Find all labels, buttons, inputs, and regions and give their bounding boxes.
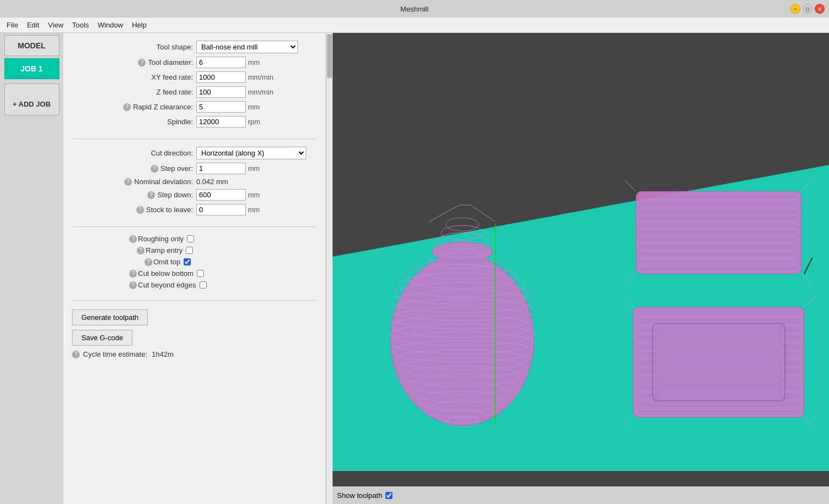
cycle-time-help-icon[interactable]: ? [72, 351, 80, 358]
svg-line-44 [802, 180, 813, 191]
titlebar: Meshmill − □ ✕ [0, 0, 829, 18]
stock-to-leave-row: ? Stock to leave: mm [72, 204, 317, 215]
menu-window[interactable]: Window [93, 20, 128, 30]
nominal-deviation-label: ? Nominal deviation: [72, 178, 193, 186]
step-over-row: ? Step over: mm [72, 163, 317, 174]
cut-beyond-edges-checkbox[interactable] [200, 281, 207, 289]
xy-feed-rate-row: XY feed rate: mm/min [72, 71, 317, 83]
svg-point-22 [432, 242, 493, 262]
3d-models-svg [333, 49, 829, 488]
omit-top-row: ? Omit top [129, 258, 317, 266]
menu-view[interactable]: View [43, 20, 68, 30]
rapid-z-clearance-input[interactable] [196, 101, 246, 113]
omit-top-checkbox[interactable] [184, 258, 191, 265]
main-area: MODEL JOB 1 + ADD JOB Tool shape: Ball-n… [0, 33, 829, 504]
maximize-button[interactable]: □ [803, 4, 813, 14]
step-down-unit: mm [248, 191, 260, 199]
menu-tools[interactable]: Tools [68, 20, 93, 30]
omit-top-help-icon[interactable]: ? [145, 258, 152, 266]
section-divider-2 [72, 226, 317, 227]
tool-diameter-help-icon[interactable]: ? [138, 59, 146, 67]
show-toolpath-checkbox[interactable] [385, 492, 393, 499]
checkbox-section: ? Roughing only ? Ramp entry ? [63, 231, 325, 296]
svg-line-45 [625, 274, 636, 285]
z-feed-rate-label: Z feed rate: [72, 88, 193, 96]
save-gcode-button[interactable]: Save G-code [72, 330, 132, 346]
3d-viewport[interactable]: Show toolpath [333, 33, 829, 504]
bottom-right-tray [622, 257, 815, 428]
panel-scrollbar[interactable] [326, 33, 333, 504]
svg-rect-31 [636, 191, 802, 274]
menubar: File Edit View Tools Window Help [0, 18, 829, 33]
minimize-button[interactable]: − [791, 4, 800, 14]
cut-beyond-help-icon[interactable]: ? [129, 281, 137, 289]
menu-edit[interactable]: Edit [23, 20, 43, 30]
svg-line-29 [471, 205, 495, 221]
cut-settings-section: Cut direction: Horizontal (along X) Vert… [63, 143, 325, 222]
cut-below-bottom-row: ? Cut below bottom [129, 269, 317, 278]
menu-file[interactable]: File [2, 20, 23, 30]
step-over-input[interactable] [196, 163, 246, 174]
tool-shape-select[interactable]: Ball-nose end mill Flat end mill V-bit [196, 41, 298, 53]
cut-direction-label: Cut direction: [72, 149, 193, 157]
ramp-entry-row: ? Ramp entry [129, 246, 317, 254]
ramp-entry-help-icon[interactable]: ? [137, 247, 145, 254]
stock-to-leave-help-icon[interactable]: ? [136, 206, 144, 214]
xy-feed-rate-unit: mm/min [248, 73, 273, 81]
cut-direction-row: Cut direction: Horizontal (along X) Vert… [72, 147, 317, 159]
sidebar-item-model[interactable]: MODEL [4, 35, 59, 56]
step-down-label: ? Step down: [72, 191, 193, 199]
spindle-input[interactable] [196, 116, 246, 128]
svg-line-43 [625, 180, 636, 191]
spindle-row: Spindle: rpm [72, 116, 317, 128]
step-down-row: ? Step down: mm [72, 189, 317, 201]
omit-top-label: Omit top [153, 258, 191, 266]
nominal-deviation-help-icon[interactable]: ? [124, 178, 132, 186]
cut-below-help-icon[interactable]: ? [129, 270, 137, 278]
ramp-entry-label: Ramp entry [146, 246, 193, 254]
step-down-help-icon[interactable]: ? [147, 191, 155, 199]
show-toolpath-label: Show toolpath [337, 491, 382, 500]
nominal-deviation-row: ? Nominal deviation: 0.042 mm [72, 178, 317, 186]
tool-shape-label: Tool shape: [72, 43, 193, 51]
cut-beyond-edges-label: Cut beyond edges [138, 281, 207, 289]
svg-line-73 [622, 417, 633, 428]
stock-to-leave-input[interactable] [196, 204, 246, 215]
menu-help[interactable]: Help [128, 20, 151, 30]
section-divider-1 [72, 139, 317, 139]
cut-below-bottom-label: Cut below bottom [138, 269, 204, 278]
stock-to-leave-unit: mm [248, 206, 260, 214]
viewport-bottom-bar: Show toolpath [333, 486, 829, 504]
tool-diameter-input[interactable] [196, 57, 246, 68]
step-down-input[interactable] [196, 189, 246, 201]
svg-line-72 [804, 296, 815, 307]
z-feed-rate-input[interactable] [196, 86, 246, 98]
svg-line-71 [622, 296, 633, 307]
z-feed-rate-row: Z feed rate: mm/min [72, 86, 317, 98]
rapid-z-help-icon[interactable]: ? [123, 103, 131, 111]
rapid-z-clearance-label: ? Rapid Z clearance: [72, 103, 193, 111]
app-title: Meshmill [400, 5, 428, 13]
xy-feed-rate-input[interactable] [196, 71, 246, 83]
cut-direction-select[interactable]: Horizontal (along X) Vertical (along Y) … [196, 147, 306, 159]
roughing-only-help-icon[interactable]: ? [129, 235, 137, 243]
scrollbar-thumb[interactable] [327, 34, 332, 78]
tool-settings-section: Tool shape: Ball-nose end mill Flat end … [63, 37, 325, 134]
show-toolpath-row: Show toolpath [337, 491, 393, 500]
step-over-help-icon[interactable]: ? [151, 165, 158, 173]
close-button[interactable]: ✕ [815, 4, 825, 14]
svg-point-23 [446, 218, 479, 231]
ramp-entry-checkbox[interactable] [186, 247, 193, 254]
cut-below-bottom-checkbox[interactable] [197, 270, 204, 277]
cycle-time-value: 1h42m [152, 350, 174, 358]
xy-feed-rate-label: XY feed rate: [72, 73, 193, 81]
add-job-button[interactable]: + ADD JOB [4, 84, 59, 115]
top-right-tray [625, 180, 813, 285]
sidebar-item-job1[interactable]: JOB 1 [4, 58, 59, 79]
step-over-label: ? Step over: [72, 164, 193, 173]
z-feed-rate-unit: mm/min [248, 88, 273, 96]
roughing-only-label: Roughing only [138, 235, 194, 243]
generate-toolpath-button[interactable]: Generate toolpath [72, 309, 148, 325]
tool-diameter-unit: mm [248, 58, 260, 67]
roughing-only-checkbox[interactable] [187, 235, 194, 242]
